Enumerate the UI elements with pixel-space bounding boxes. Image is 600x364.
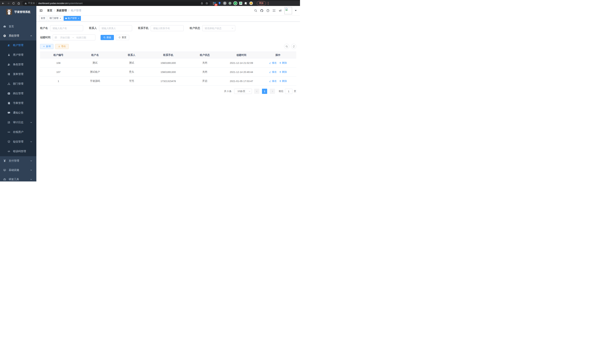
date-end-input[interactable] <box>75 36 88 39</box>
extension-profile-avatar[interactable] <box>249 1 253 5</box>
tab-dept[interactable]: 部门管理× <box>48 16 63 21</box>
sidebar-item-infra[interactable]: 基础设施 <box>0 166 36 175</box>
edit-button[interactable]: 修改 <box>269 79 277 83</box>
sidebar-item-label: 系统管理 <box>9 34 30 37</box>
contact-input[interactable] <box>99 25 132 31</box>
prev-page-button[interactable] <box>254 89 259 94</box>
font-size-icon[interactable]: тT <box>278 9 282 12</box>
extension-puzzle-icon[interactable] <box>244 1 248 5</box>
browser-reload-button[interactable] <box>11 1 16 6</box>
add-button[interactable]: 新增 <box>40 44 53 49</box>
browser-home-button[interactable] <box>16 1 21 6</box>
fullscreen-icon[interactable] <box>272 9 276 12</box>
sidebar-item-role[interactable]: 角色管理 <box>0 60 36 69</box>
cell-mobile: 17321315478 <box>150 80 187 83</box>
sidebar-item-label: 角色管理 <box>13 63 36 66</box>
sidebar-item-sms[interactable]: 短信管理 <box>0 137 36 147</box>
delete-button[interactable]: 删除 <box>279 61 287 65</box>
search-button[interactable]: 搜索 <box>101 35 114 40</box>
edit-button[interactable]: 修改 <box>269 61 277 65</box>
close-icon[interactable]: × <box>60 17 61 19</box>
page-size-select[interactable] <box>234 89 252 94</box>
delete-button-label: 删除 <box>282 79 287 83</box>
sidebar-item-tenant[interactable]: 租户管理 <box>0 40 36 50</box>
sidebar-item-label: 在线用户 <box>13 131 36 134</box>
tab-home[interactable]: 首页 <box>39 16 47 21</box>
browser-forward-button[interactable] <box>6 1 11 6</box>
date-start-input[interactable] <box>58 36 72 39</box>
create-time-label: 创建时间 <box>40 36 50 39</box>
sidebar-item-system[interactable]: 系统管理 <box>0 31 36 40</box>
sidebar-item-error-code[interactable]: 错误码管理 <box>0 147 36 156</box>
goto-label: 前往 <box>279 90 283 93</box>
tenant-users-icon <box>7 44 10 47</box>
extension-yudao-icon[interactable]: Y <box>233 1 237 5</box>
export-button[interactable]: 导出 <box>55 44 69 49</box>
delete-button[interactable]: 删除 <box>279 70 287 74</box>
status-label: 租户状态 <box>190 27 200 30</box>
create-time-range-picker[interactable]: - <box>53 35 95 40</box>
sidebar-item-pay[interactable]: ¥支付管理 <box>0 156 36 166</box>
browser-update-button[interactable]: 更新 <box>257 1 266 6</box>
browser-back-button[interactable] <box>1 1 6 6</box>
sidebar-item-audit-log[interactable]: 审计日志 <box>0 118 36 127</box>
app-logo <box>6 9 12 15</box>
help-icon[interactable] <box>266 9 270 12</box>
sidebar-item-post[interactable]: 岗位管理 <box>0 89 36 98</box>
close-icon[interactable]: × <box>78 17 79 19</box>
status-select[interactable] <box>202 25 235 31</box>
tab-tenant[interactable]: 租户管理× <box>64 16 81 21</box>
contact-label: 联系人 <box>89 27 97 30</box>
browser-toolbar: 不安全 dashboard.yudao.iocoder.cn/system/te… <box>0 0 300 6</box>
goto-page-input[interactable] <box>285 89 292 94</box>
avatar-caret-icon[interactable] <box>295 10 297 11</box>
post-badge-icon <box>7 92 10 95</box>
extensions-row: 10 ⌘ Y 更新 <box>213 1 268 6</box>
extension-command-icon[interactable]: ⌘ <box>223 1 226 5</box>
announcement-icon <box>7 111 10 114</box>
dashboard-icon <box>3 25 6 28</box>
extension-chat-icon[interactable] <box>239 1 243 5</box>
sidebar-item-user[interactable]: 用户管理 <box>0 50 36 60</box>
page-number-1[interactable]: 1 <box>262 89 267 94</box>
tenant-name-input[interactable] <box>50 25 83 31</box>
header-search-icon[interactable] <box>254 9 258 12</box>
sidebar-item-devtools[interactable]: 研发工具 <box>0 175 36 181</box>
bookmark-star-icon[interactable] <box>205 2 208 5</box>
user-avatar[interactable] <box>284 7 292 14</box>
extension-blue-diamond-icon[interactable]: 10 <box>213 1 216 5</box>
sidebar-item-menu[interactable]: 菜单管理 <box>0 69 36 79</box>
github-icon[interactable] <box>260 9 264 12</box>
next-page-button[interactable] <box>270 89 275 94</box>
sidebar-collapse-icon[interactable] <box>36 9 46 12</box>
delete-button[interactable]: 删除 <box>279 79 287 83</box>
sidebar-item-dept[interactable]: 部门管理 <box>0 79 36 89</box>
edit-icon <box>269 71 271 73</box>
sidebar-item-label: 基础设施 <box>9 168 30 172</box>
refresh-table-button[interactable] <box>291 44 296 49</box>
toggle-search-button[interactable] <box>284 44 289 49</box>
chevron-down-icon <box>30 141 32 143</box>
sidebar-item-label: 用户管理 <box>13 53 36 56</box>
sidebar-item-dict[interactable]: 字典管理 <box>0 98 36 108</box>
edit-button[interactable]: 修改 <box>269 70 277 74</box>
mobile-input[interactable] <box>151 25 184 31</box>
sidebar-item-online-user[interactable]: 在线用户 <box>0 127 36 137</box>
browser-menu-icon[interactable] <box>268 2 268 5</box>
reset-button[interactable]: 重置 <box>116 35 129 40</box>
delete-button-label: 删除 <box>282 61 287 65</box>
sidebar-item-label: 通知公告 <box>13 111 36 114</box>
share-icon[interactable] <box>201 2 203 5</box>
sidebar-item-notice[interactable]: 通知公告 <box>0 108 36 118</box>
address-bar[interactable]: 不安全 dashboard.yudao.iocoder.cn/system/te… <box>22 1 210 6</box>
extension-pin-icon[interactable] <box>218 1 221 5</box>
app-logo-row[interactable]: 芋道管理系统 <box>0 6 36 18</box>
not-secure-label[interactable]: 不安全 <box>28 2 35 5</box>
table-row: 108测试测试15601691300关闭2021-12-14 21:02:09修… <box>40 58 296 67</box>
cell-operations: 修改删除 <box>260 61 296 65</box>
extension-green-dot-icon[interactable] <box>228 1 232 5</box>
breadcrumb-item-home[interactable]: 首页 <box>47 9 52 12</box>
breadcrumb-item-system[interactable]: 系统管理 <box>56 9 67 12</box>
sidebar-item-home[interactable]: 首页 <box>0 22 36 31</box>
table-header-cell: 联系人 <box>113 53 150 57</box>
